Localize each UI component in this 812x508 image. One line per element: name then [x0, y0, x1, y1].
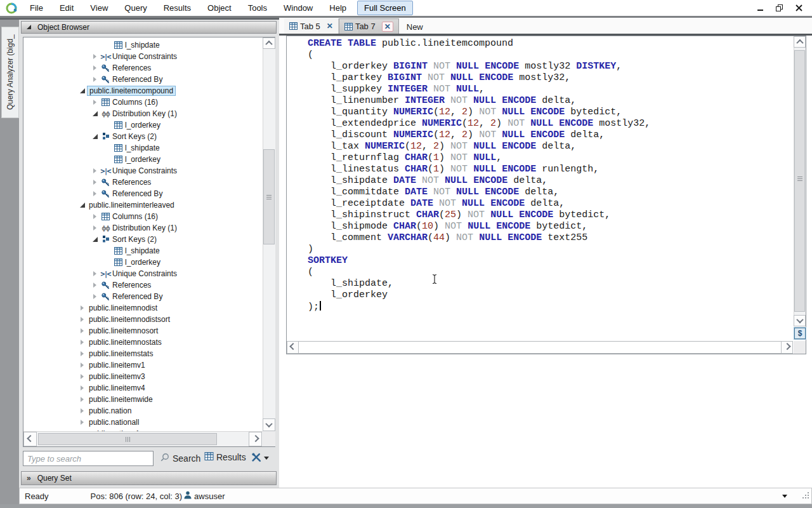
- tree-item[interactable]: l_orderkey: [23, 119, 263, 131]
- tree-item[interactable]: Sort Keys (2): [23, 234, 263, 245]
- results-button[interactable]: Results: [204, 452, 246, 462]
- scroll-up-icon[interactable]: [794, 36, 806, 48]
- collapsed-arrow-icon[interactable]: [78, 419, 88, 425]
- collapsed-arrow-icon[interactable]: [78, 362, 88, 368]
- scroll-right-icon[interactable]: [249, 432, 262, 446]
- scroll-down-icon[interactable]: [794, 315, 806, 326]
- tree-item[interactable]: Columns (16): [23, 211, 263, 222]
- collapsed-arrow-icon[interactable]: [78, 305, 88, 311]
- close-icon[interactable]: ✕: [382, 22, 393, 32]
- menu-window[interactable]: Window: [275, 3, 321, 13]
- tree-item[interactable]: public.nationall: [23, 417, 263, 428]
- object-tree[interactable]: l_shipdate>|<Unique ConstraintsReference…: [23, 37, 275, 447]
- expand-chevron-icon[interactable]: »: [27, 474, 31, 483]
- tree-item[interactable]: Referenced By: [23, 188, 263, 199]
- fullscreen-button[interactable]: Full Screen: [357, 1, 413, 15]
- tree-item[interactable]: >|<Unique Constraints: [23, 165, 263, 177]
- scroll-right-icon[interactable]: [781, 341, 793, 354]
- collapse-triangle-icon[interactable]: [27, 25, 31, 29]
- tree-item[interactable]: public.lineitemnodistsort: [23, 314, 263, 325]
- tree-item[interactable]: public.lineitemstats: [23, 348, 263, 359]
- menu-tools[interactable]: Tools: [240, 3, 275, 13]
- tools-button[interactable]: [251, 452, 269, 464]
- collapsed-arrow-icon[interactable]: [78, 351, 88, 357]
- menu-query[interactable]: Query: [116, 3, 155, 13]
- scrollbar-thumb[interactable]: [38, 433, 217, 445]
- menu-file[interactable]: File: [22, 3, 51, 13]
- tree-item[interactable]: l_orderkey: [23, 257, 263, 268]
- expanded-arrow-icon[interactable]: [91, 236, 100, 243]
- tree-item[interactable]: ϕϕDistribution Key (1): [23, 108, 263, 119]
- collapsed-arrow-icon[interactable]: [78, 328, 88, 334]
- collapsed-arrow-icon[interactable]: [91, 213, 100, 220]
- resize-grip-icon[interactable]: [801, 491, 809, 501]
- expanded-arrow-icon[interactable]: [91, 110, 100, 117]
- collapsed-arrow-icon[interactable]: [91, 282, 100, 288]
- menu-view[interactable]: View: [82, 3, 116, 13]
- close-icon[interactable]: [789, 2, 808, 15]
- sql-editor[interactable]: CREATE TABLE public.lineitemcompound( l_…: [286, 36, 806, 354]
- object-browser-header[interactable]: Object Browser: [21, 21, 277, 34]
- search-button[interactable]: Search: [160, 452, 200, 464]
- tree-item[interactable]: Referenced By: [23, 291, 263, 302]
- query-set-header[interactable]: » Query Set: [21, 471, 277, 485]
- scroll-down-icon[interactable]: [263, 418, 275, 431]
- tree-item[interactable]: l_shipdate: [23, 245, 263, 257]
- tree-item[interactable]: ϕϕDistribution Key (1): [23, 222, 263, 234]
- collapsed-arrow-icon[interactable]: [91, 179, 100, 185]
- tree-item[interactable]: l_shipdate: [23, 39, 263, 51]
- tree-item[interactable]: Columns (16): [23, 97, 263, 108]
- minimize-icon[interactable]: [751, 2, 770, 15]
- status-dropdown-icon[interactable]: [782, 495, 787, 498]
- tree-item[interactable]: public.lineitemnostats: [23, 337, 263, 348]
- scroll-left-icon[interactable]: [23, 432, 37, 446]
- expanded-arrow-icon[interactable]: [78, 88, 88, 94]
- tree-item[interactable]: public.nation: [23, 405, 263, 417]
- scrollbar-thumb[interactable]: [263, 149, 275, 244]
- close-icon[interactable]: ✕: [327, 22, 333, 30]
- tree-item[interactable]: public.lineitemnosort: [23, 325, 263, 337]
- collapsed-arrow-icon[interactable]: [78, 316, 88, 323]
- restore-icon[interactable]: [770, 2, 789, 15]
- scrollbar-thumb[interactable]: [794, 50, 805, 312]
- collapsed-arrow-icon[interactable]: [91, 53, 100, 60]
- scroll-left-icon[interactable]: [287, 341, 299, 354]
- tab-tab-7[interactable]: Tab 7✕: [339, 18, 399, 34]
- tree-item[interactable]: >|<Unique Constraints: [23, 51, 263, 62]
- tree-item[interactable]: References: [23, 177, 263, 188]
- menu-object[interactable]: Object: [199, 3, 240, 13]
- collapsed-arrow-icon[interactable]: [78, 385, 88, 391]
- menu-results[interactable]: Results: [155, 3, 199, 13]
- tree-item[interactable]: References: [23, 62, 263, 74]
- collapsed-arrow-icon[interactable]: [91, 190, 100, 197]
- editor-hscrollbar[interactable]: [287, 341, 793, 354]
- collapsed-arrow-icon[interactable]: [91, 99, 100, 105]
- collapsed-arrow-icon[interactable]: [91, 168, 100, 174]
- tree-item[interactable]: public.lineitemnodist: [23, 302, 263, 314]
- tree-item[interactable]: References: [23, 279, 263, 291]
- sql-variables-icon[interactable]: $: [794, 328, 806, 339]
- query-analyzer-dock-tab[interactable]: Query Analyzer (bigd_: [1, 27, 19, 118]
- expanded-arrow-icon[interactable]: [78, 202, 88, 208]
- scroll-up-icon[interactable]: [263, 37, 275, 49]
- tree-item[interactable]: l_orderkey: [23, 154, 263, 165]
- collapsed-arrow-icon[interactable]: [78, 373, 88, 380]
- collapsed-arrow-icon[interactable]: [78, 339, 88, 345]
- tree-item[interactable]: >|<Unique Constraints: [23, 268, 263, 279]
- collapsed-arrow-icon[interactable]: [91, 76, 100, 83]
- collapsed-arrow-icon[interactable]: [78, 408, 88, 414]
- tab-tab-5[interactable]: Tab 5✕: [284, 18, 339, 34]
- collapsed-arrow-icon[interactable]: [91, 65, 100, 71]
- tree-item[interactable]: Sort Keys (2): [23, 131, 263, 142]
- tree-item[interactable]: public.lineitemv1: [23, 359, 263, 371]
- collapsed-arrow-icon[interactable]: [91, 293, 100, 300]
- tree-item[interactable]: Referenced By: [23, 74, 263, 85]
- search-input[interactable]: [23, 451, 154, 466]
- tree-item[interactable]: public.lineitemwide: [23, 394, 263, 405]
- collapsed-arrow-icon[interactable]: [91, 225, 100, 231]
- new-tab-button[interactable]: New: [407, 20, 423, 32]
- collapsed-arrow-icon[interactable]: [78, 396, 88, 403]
- tree-item-selected[interactable]: public.lineitemcompound: [23, 85, 263, 97]
- menu-edit[interactable]: Edit: [51, 3, 82, 13]
- expanded-arrow-icon[interactable]: [91, 133, 100, 140]
